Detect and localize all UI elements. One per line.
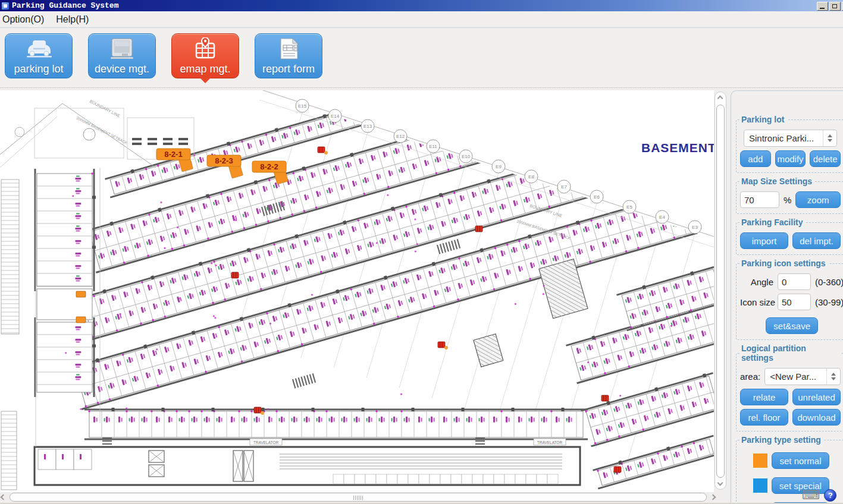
rel-floor-button[interactable]: rel. floor (740, 409, 788, 426)
download-button[interactable]: download (792, 409, 841, 426)
grid-marker-label: E10 (462, 154, 471, 159)
spinner-arrows-icon[interactable] (826, 368, 840, 385)
parking-guidance-window: { "window": { "title": "Parking Guidance… (0, 0, 843, 504)
keyboard-icon[interactable]: ⌨ (802, 489, 820, 502)
emap-mgt-button[interactable]: emap mgt. (171, 33, 239, 78)
zone-label: 8-2-1 (164, 150, 182, 159)
parking-row[interactable] (35, 169, 96, 291)
scroll-down-icon[interactable] (717, 480, 723, 486)
minimize-button[interactable] (817, 2, 828, 11)
unrelated-button[interactable]: unrelated (792, 389, 841, 405)
monitor-icon (108, 37, 136, 64)
map-pin-icon (191, 37, 220, 64)
parking-row[interactable] (35, 317, 96, 397)
basement-floorplan[interactable]: E15E14E13E12E11E10E9E8E7E6E5E4E3BOUNDARY… (0, 90, 714, 492)
relate-button[interactable]: relate (740, 389, 788, 405)
ramp-hatch (1, 411, 17, 490)
parking-lot-select[interactable]: Sintronic Parki... (744, 130, 837, 147)
parking-type-title: Parking type setting (740, 435, 824, 445)
menu-help[interactable]: Help(H) (50, 12, 95, 27)
window-title: Parking Guidance System (12, 1, 118, 10)
lift-shaft (149, 451, 164, 462)
grid-marker-label: E4 (659, 215, 665, 220)
zoom-percent-input[interactable] (740, 191, 779, 208)
parking-lot-group-title: Parking lot (740, 115, 787, 124)
grid-marker-label: E15 (298, 103, 307, 109)
parking-lot-button[interactable]: parking lot (5, 33, 73, 78)
lift-shaft (149, 465, 164, 477)
main-toolbar: parking lot device mgt. (0, 28, 843, 88)
grid-marker-label: E14 (331, 114, 340, 119)
map-size-group: Map Size Settings % zoom (736, 177, 843, 214)
grid-marker-label: E6 (594, 194, 600, 200)
device-mgt-button[interactable]: device mgt. (88, 33, 156, 78)
del-import-button[interactable]: del impt. (792, 232, 841, 249)
set-normal-button[interactable]: set normal (772, 452, 829, 469)
delete-button[interactable]: delete (810, 150, 841, 167)
stair-core (446, 327, 527, 375)
parking-icon-settings-title: Parking icon settings (740, 259, 829, 268)
zone-label: 8-2-2 (260, 162, 278, 171)
normal-color-swatch (753, 453, 767, 468)
occupied-marker[interactable] (438, 342, 448, 349)
parking-facility-group: Parking Facility import del impt. (736, 218, 843, 255)
percent-label: % (784, 195, 791, 205)
occupied-marker[interactable] (601, 395, 609, 401)
special-color-swatch (753, 478, 767, 493)
parking-row[interactable] (593, 434, 714, 489)
parking-icon-settings-group: Parking icon settings Angle (0-360) Icon… (736, 259, 843, 340)
zone-label: 8-2-3 (215, 156, 233, 165)
map-vertical-scrollbar[interactable] (714, 92, 726, 490)
direction-sign[interactable] (76, 291, 86, 297)
grid-marker-label: E3 (692, 225, 698, 230)
angle-input[interactable] (778, 273, 811, 290)
menu-option[interactable]: Option(O) (0, 12, 50, 27)
scroll-right-icon[interactable] (710, 494, 716, 500)
tray: ⌨ ? (802, 487, 841, 503)
scroll-up-icon[interactable] (717, 96, 723, 102)
icon-size-range-label: (30-99) (815, 297, 843, 307)
add-button[interactable]: add (740, 150, 771, 167)
occupied-marker[interactable] (231, 272, 239, 278)
parking-row[interactable] (581, 371, 714, 446)
spinner-arrows-icon[interactable] (823, 130, 836, 146)
direction-sign[interactable] (76, 317, 86, 323)
grid-marker-label: E5 (626, 204, 632, 210)
help-icon[interactable]: ? (824, 489, 836, 502)
document-icon (275, 37, 302, 64)
occupied-marker[interactable] (475, 226, 482, 232)
icon-size-input[interactable] (778, 294, 811, 310)
modify-button[interactable]: modify (775, 150, 806, 167)
menubar: Option(O) Help(H) (0, 11, 843, 28)
map-horizontal-scrollbar[interactable] (1, 492, 716, 503)
occupied-marker[interactable] (614, 467, 621, 472)
set-save-button[interactable]: set&save (766, 317, 818, 334)
report-form-button[interactable]: report form (255, 33, 322, 78)
vertical-scroll-thumb[interactable] (716, 105, 725, 478)
angle-range-label: (0-360) (815, 277, 843, 287)
logical-partition-title: Logical partition settings (740, 344, 841, 363)
minimize-icon (820, 8, 825, 9)
settings-panel: Parking lot Sintronic Parki... add modif… (731, 90, 843, 504)
restore-icon (832, 4, 837, 8)
zebra-crossing (293, 373, 315, 388)
titlebar[interactable]: Parking Guidance System × (0, 0, 843, 11)
import-button[interactable]: import (740, 232, 788, 249)
occupied-marker[interactable] (318, 147, 328, 155)
logical-partition-group: Logical partition settings area: <New Pa… (736, 344, 843, 431)
ramp-hatch (1, 179, 19, 334)
boundary-label: 2000MM BASEMENT SETBACK (76, 116, 129, 146)
grid-marker-label: E11 (429, 144, 437, 149)
grid-marker-label: E12 (396, 134, 405, 139)
zoom-button[interactable]: zoom (795, 191, 841, 208)
parking-lot-group: Parking lot Sintronic Parki... add modif… (736, 115, 843, 173)
parking-row[interactable] (84, 408, 588, 439)
grid-marker-label: E7 (561, 184, 567, 190)
emap-canvas[interactable]: E15E14E13E12E11E10E9E8E7E6E5E4E3BOUNDARY… (0, 90, 714, 492)
horizontal-scroll-thumb[interactable] (10, 493, 707, 502)
lift-shaft (244, 451, 253, 481)
scroll-left-icon[interactable] (1, 494, 7, 500)
area-select[interactable]: <New Par... (764, 368, 841, 385)
restore-button[interactable] (829, 2, 841, 11)
scroll-grip (353, 496, 363, 500)
